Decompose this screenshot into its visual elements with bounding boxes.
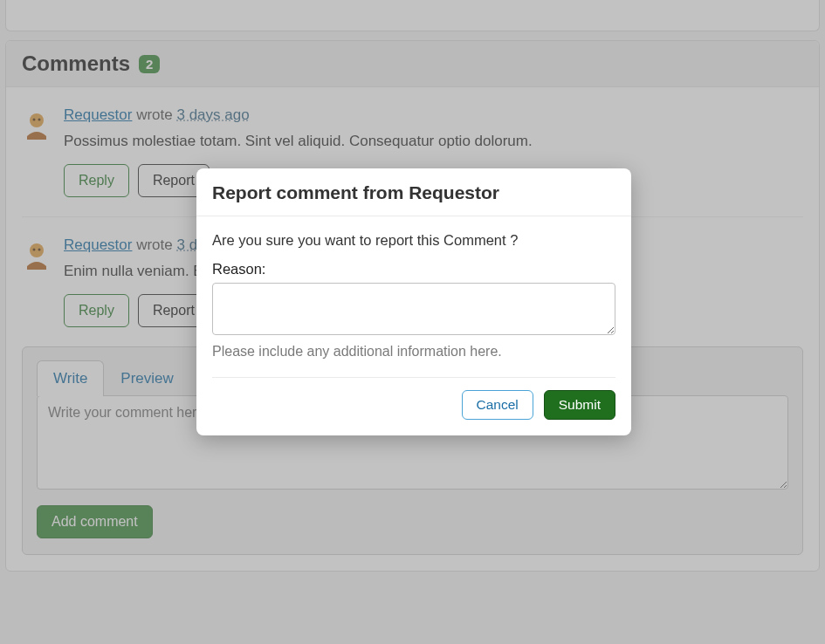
report-comment-modal: Report comment from Requestor Are you su… [196,168,631,435]
modal-body: Are you sure you want to report this Com… [196,216,631,365]
submit-button[interactable]: Submit [544,390,615,420]
modal-title: Report comment from Requestor [212,182,615,203]
modal-footer: Cancel Submit [212,377,615,435]
modal-header: Report comment from Requestor [196,168,631,216]
modal-confirm-text: Are you sure you want to report this Com… [212,232,615,249]
reason-textarea[interactable] [212,283,615,335]
reason-label: Reason: [212,261,615,277]
reason-help-text: Please include any additional informatio… [212,344,615,360]
cancel-button[interactable]: Cancel [462,390,533,420]
